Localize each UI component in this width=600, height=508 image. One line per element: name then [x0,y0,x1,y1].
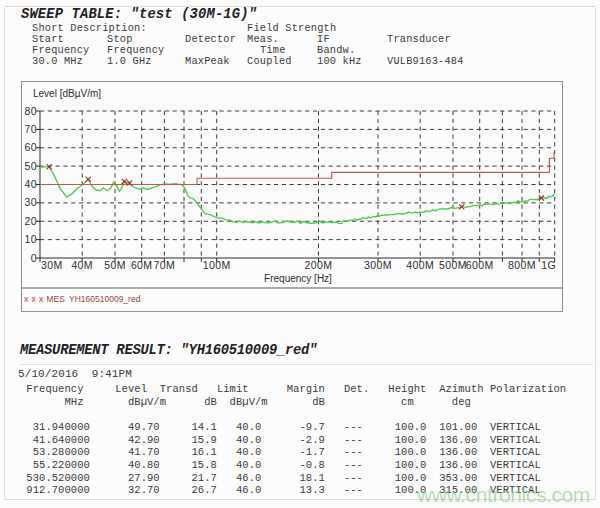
svg-text:70M: 70M [154,259,176,271]
svg-text:YH160510009_red: YH160510009_red [69,294,141,304]
svg-text:70: 70 [25,123,37,135]
svg-text:200M: 200M [305,259,333,271]
svg-text:x: x [32,294,37,304]
svg-text:x: x [24,294,29,304]
svg-text:MES: MES [47,294,66,304]
svg-text:300M: 300M [364,259,392,271]
svg-text:40M: 40M [71,259,93,271]
svg-text:40: 40 [25,178,37,190]
svg-text:10: 10 [25,233,37,245]
svg-text:20: 20 [25,215,37,227]
svg-text:100M: 100M [203,259,231,271]
svg-text:60M: 60M [131,259,153,271]
svg-text:Level [dBµV/m]: Level [dBµV/m] [33,88,101,99]
svg-text:x: x [39,294,44,304]
svg-text:30: 30 [25,196,37,208]
svg-text:50: 50 [25,160,37,172]
svg-text:400M: 400M [406,259,434,271]
svg-text:60: 60 [25,141,37,153]
svg-text:500M: 500M [439,259,467,271]
svg-text:80: 80 [25,105,37,117]
svg-text:600M: 600M [466,259,494,271]
svg-text:50M: 50M [104,259,126,271]
svg-text:0: 0 [31,252,37,264]
svg-text:Frequency [Hz]: Frequency [Hz] [264,273,332,284]
svg-text:800M: 800M [508,259,536,271]
svg-text:1G: 1G [541,259,556,271]
svg-text:30M: 30M [41,259,63,271]
